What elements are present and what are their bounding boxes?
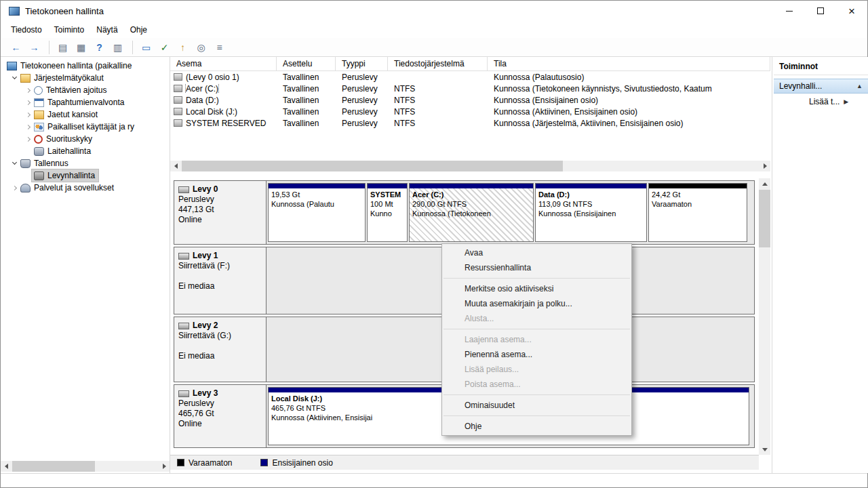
menu-item-explore[interactable]: Resurssienhallinta bbox=[442, 260, 631, 275]
collapse-up-icon[interactable]: ▲ bbox=[856, 83, 863, 89]
menu-help[interactable]: Ohje bbox=[124, 22, 153, 37]
scroll-left-arrow[interactable] bbox=[1, 461, 12, 472]
table-row[interactable]: Local Disk (J:) Tavallinen Peruslevy NTF… bbox=[170, 106, 770, 117]
disk-label-levy2[interactable]: Levy 2 Siirrettävä (G:) Ei mediaa bbox=[174, 317, 267, 382]
chevron-right-icon[interactable] bbox=[24, 110, 32, 119]
tree-item-computer-management[interactable]: Tietokoneen hallinta (paikalline bbox=[1, 60, 170, 72]
export-list-icon[interactable]: ▦ bbox=[73, 40, 90, 55]
tree-item-event-viewer[interactable]: Tapahtumienvalvonta bbox=[1, 96, 170, 108]
tree-item-disk-management[interactable]: Levynhallinta bbox=[1, 169, 170, 182]
table-row[interactable]: Data (D:) Tavallinen Peruslevy NTFS Kunn… bbox=[170, 94, 770, 106]
minimize-icon bbox=[786, 11, 793, 12]
search-document-icon[interactable]: ◎ bbox=[193, 40, 210, 55]
maximize-button[interactable] bbox=[805, 1, 836, 21]
chevron-down-icon[interactable] bbox=[10, 74, 18, 82]
tree-item-services-applications[interactable]: Palvelut ja sovellukset bbox=[1, 182, 170, 194]
partition-context-menu: Avaa Resurssienhallinta Merkitse osio ak… bbox=[441, 243, 632, 436]
scroll-left-arrow[interactable] bbox=[170, 161, 181, 171]
tree-horizontal-scrollbar[interactable] bbox=[1, 461, 170, 472]
disk-label-levy1[interactable]: Levy 1 Siirrettävä (F:) Ei mediaa bbox=[174, 247, 267, 314]
menu-item-add-mirror: Lisää peilaus... bbox=[442, 362, 631, 377]
menu-item-properties[interactable]: Ominaisuudet bbox=[442, 398, 631, 413]
column-header-tila[interactable]: Tila bbox=[488, 57, 770, 70]
users-icon bbox=[34, 123, 44, 131]
back-icon[interactable]: ← bbox=[7, 40, 24, 55]
partition-data-d[interactable]: Data (D:)113,09 Gt NTFSKunnossa (Ensisij… bbox=[535, 183, 647, 242]
table-row[interactable]: (Levy 0 osio 1) Tavallinen Peruslevy Kun… bbox=[170, 71, 770, 83]
chevron-right-icon[interactable] bbox=[24, 135, 32, 143]
table-row[interactable]: Acer (C:) Tavallinen Peruslevy NTFS Kunn… bbox=[170, 83, 770, 94]
dialog-icon[interactable]: ▭ bbox=[138, 40, 155, 55]
action-pane-icon[interactable]: ▥ bbox=[109, 40, 126, 55]
scroll-up-arrow[interactable] bbox=[759, 178, 770, 189]
close-button[interactable]: × bbox=[836, 1, 867, 21]
cell-tyyppi: Peruslevy bbox=[336, 107, 388, 117]
cell-asema: Data (D:) bbox=[186, 96, 219, 105]
actions-group-disk-management[interactable]: Levynhalli... ▲ bbox=[774, 79, 868, 94]
minimize-button[interactable] bbox=[774, 1, 805, 21]
tree-item-shared-folders[interactable]: Jaetut kansiot bbox=[1, 108, 170, 121]
tree-item-label: Tapahtumienvalvonta bbox=[47, 98, 124, 107]
scrollbar-thumb[interactable] bbox=[182, 161, 563, 171]
tree-item-label: Levynhallinta bbox=[47, 171, 95, 180]
tree-item-task-scheduler[interactable]: Tehtävien ajoitus bbox=[1, 84, 170, 96]
cell-tyyppi: Peruslevy bbox=[336, 73, 388, 82]
cell-tila: Kunnossa (Tietokoneen käynnistys, Sivutu… bbox=[488, 84, 770, 94]
tree-item-label: Palvelut ja sovellukset bbox=[34, 183, 114, 192]
tree-item-performance[interactable]: Suorituskyky bbox=[1, 133, 170, 145]
chevron-right-icon[interactable] bbox=[10, 184, 18, 192]
column-header-asettelu[interactable]: Asettelu bbox=[277, 57, 336, 70]
menu-item-change-drive-letter[interactable]: Muuta asemakirjain ja polku... bbox=[442, 296, 631, 311]
disk-view-vertical-scrollbar[interactable] bbox=[759, 178, 770, 455]
disk-icon bbox=[178, 323, 189, 329]
partition-unallocated[interactable]: 24,42 GtVaraamaton bbox=[648, 183, 747, 242]
table-row[interactable]: SYSTEM RESERVED Tavallinen Peruslevy NTF… bbox=[170, 117, 770, 129]
disk-label-levy0[interactable]: Levy 0 Peruslevy 447,13 Gt Online bbox=[174, 181, 267, 244]
help-icon[interactable]: ? bbox=[91, 40, 108, 55]
actions-more-item[interactable]: Lisää t... ▶ bbox=[774, 94, 868, 110]
volume-list-horizontal-scrollbar[interactable] bbox=[170, 161, 770, 171]
up-folder-icon[interactable]: ↑ bbox=[174, 40, 191, 55]
forward-icon[interactable]: → bbox=[26, 40, 43, 55]
list-view-icon[interactable]: ≡ bbox=[211, 40, 228, 55]
menu-item-extend-volume: Laajenna asema... bbox=[442, 332, 631, 347]
menu-view[interactable]: Näytä bbox=[90, 22, 123, 37]
partition-recovery[interactable]: 19,53 GtKunnossa (Palautu bbox=[268, 183, 366, 242]
disk-management-icon bbox=[34, 171, 44, 180]
disk-label-levy3[interactable]: Levy 3 Peruslevy 465,76 Gt Online bbox=[174, 385, 267, 447]
chevron-down-icon[interactable] bbox=[10, 159, 18, 167]
scrollbar-thumb[interactable] bbox=[759, 190, 770, 247]
cell-tila: Kunnossa (Aktiivinen, Ensisijainen osio) bbox=[488, 107, 770, 117]
scroll-right-arrow[interactable] bbox=[159, 461, 170, 472]
tree-item-system-tools[interactable]: Järjestelmätyökalut bbox=[1, 72, 170, 84]
column-header-asema[interactable]: Asema bbox=[170, 57, 277, 70]
tree-item-device-manager[interactable]: Laitehallinta bbox=[1, 145, 170, 157]
column-header-tyyppi[interactable]: Tyyppi bbox=[336, 57, 388, 70]
menu-file[interactable]: Tiedosto bbox=[5, 22, 48, 37]
window-controls: × bbox=[774, 1, 867, 21]
chevron-right-icon[interactable] bbox=[24, 123, 32, 131]
computer-management-window: Tietokoneen hallinta × Tiedosto Toiminto… bbox=[0, 0, 868, 488]
menu-item-help[interactable]: Ohje bbox=[442, 419, 631, 434]
menu-action[interactable]: Toiminto bbox=[48, 22, 91, 37]
scroll-down-arrow[interactable] bbox=[759, 444, 770, 455]
tree-item-local-users-groups[interactable]: Paikalliset käyttäjät ja ry bbox=[1, 121, 170, 133]
toolbar-separator bbox=[132, 41, 133, 54]
column-header-tiedostojarjestelma[interactable]: Tiedostojärjestelmä bbox=[388, 57, 488, 70]
chevron-right-icon[interactable] bbox=[24, 98, 32, 106]
console-tree-panel: Tietokoneen hallinta (paikalline Järjest… bbox=[1, 57, 170, 473]
partition-color-bar bbox=[649, 184, 747, 188]
partition-system-reserved[interactable]: SYSTEM100 MtKunno bbox=[367, 183, 408, 242]
disk-track: 19,53 GtKunnossa (Palautu SYSTEM100 MtKu… bbox=[267, 181, 754, 244]
menu-item-mark-active[interactable]: Merkitse osio aktiiviseksi bbox=[442, 281, 631, 296]
partition-acer-c[interactable]: Acer (C:)290,00 Gt NTFSKunnossa (Tietoko… bbox=[409, 183, 534, 242]
volume-icon bbox=[174, 73, 182, 81]
chevron-right-icon[interactable] bbox=[24, 86, 32, 94]
console-tree-icon[interactable]: ▤ bbox=[54, 40, 71, 55]
scrollbar-thumb[interactable] bbox=[12, 461, 95, 472]
tree-item-storage[interactable]: Tallennus bbox=[1, 157, 170, 169]
menu-item-open[interactable]: Avaa bbox=[442, 245, 631, 260]
check-document-icon[interactable]: ✓ bbox=[156, 40, 173, 55]
menu-item-shrink-volume[interactable]: Pienennä asema... bbox=[442, 347, 631, 362]
scroll-right-arrow[interactable] bbox=[760, 161, 770, 171]
